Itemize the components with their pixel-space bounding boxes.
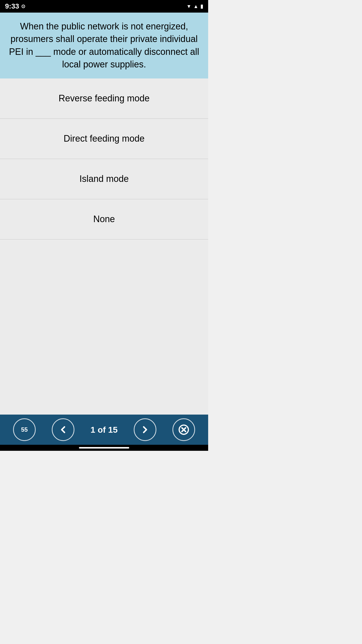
timer-label: 55 [21,426,28,433]
close-button[interactable] [172,418,195,441]
timer-button[interactable]: 55 [13,418,36,441]
signal-icon: ▲ [193,4,198,9]
home-indicator [0,445,208,451]
question-counter: 1 of 15 [90,425,118,435]
question-header: When the public network is not energized… [0,13,208,78]
close-icon [178,424,189,435]
option-d[interactable]: None [0,199,208,239]
option-c[interactable]: Island mode [0,159,208,199]
options-container: Reverse feeding mode Direct feeding mode… [0,78,208,415]
forward-arrow-icon [140,424,151,435]
home-indicator-bar [79,447,129,449]
bottom-nav: 55 1 of 15 [0,415,208,445]
option-b[interactable]: Direct feeding mode [0,119,208,159]
forward-button[interactable] [134,418,156,441]
back-button[interactable] [52,418,74,441]
back-arrow-icon [58,424,69,435]
status-time: 9:33 [5,2,19,10]
status-bar: 9:33 ⊙ ▼ ▲ ▮ [0,0,208,13]
battery-icon: ▮ [200,3,203,9]
wifi-icon: ▼ [186,4,191,9]
notification-icon: ⊙ [21,3,25,9]
option-a[interactable]: Reverse feeding mode [0,78,208,119]
question-text: When the public network is not energized… [9,21,199,69]
